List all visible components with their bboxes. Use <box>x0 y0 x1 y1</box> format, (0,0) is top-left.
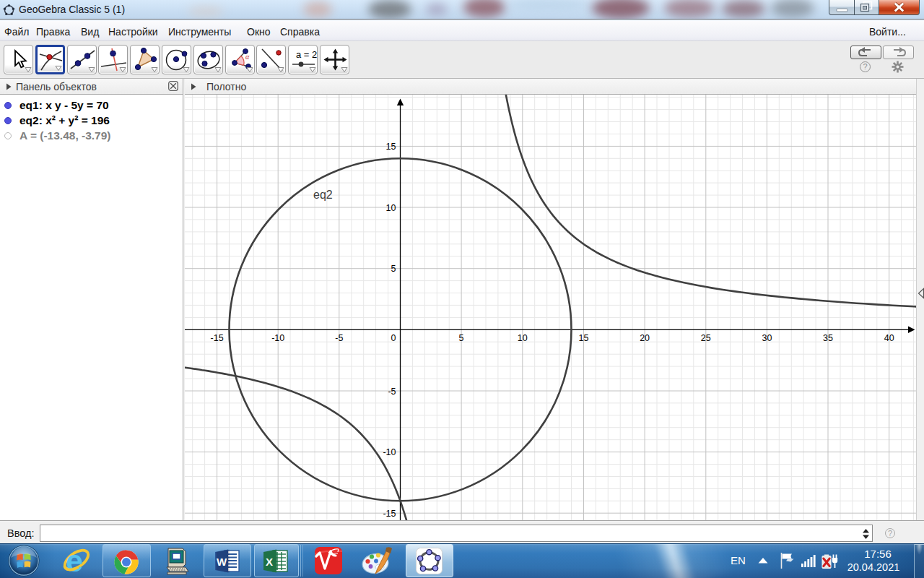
svg-text:-10: -10 <box>383 447 396 457</box>
svg-text:-10: -10 <box>271 333 284 343</box>
svg-text:25: 25 <box>701 333 711 343</box>
svg-text:15: 15 <box>386 142 396 152</box>
svg-text:a = 2: a = 2 <box>296 49 317 60</box>
svg-text:0: 0 <box>391 333 396 343</box>
svg-text:15: 15 <box>579 333 589 343</box>
svg-text:-5: -5 <box>335 333 343 343</box>
svg-text:10: 10 <box>518 333 528 343</box>
svg-text:-5: -5 <box>388 387 396 397</box>
svg-text:10: 10 <box>386 203 396 213</box>
svg-text:5: 5 <box>459 333 464 343</box>
svg-text:W: W <box>217 556 227 568</box>
svg-text:eq2: eq2 <box>313 189 333 201</box>
svg-text:5: 5 <box>391 264 396 274</box>
svg-text:X: X <box>266 556 273 568</box>
svg-text:e: e <box>66 545 83 577</box>
svg-text:-15: -15 <box>211 333 224 343</box>
svg-text:35: 35 <box>823 333 833 343</box>
svg-text:-15: -15 <box>383 509 396 519</box>
svg-text:30: 30 <box>762 333 772 343</box>
svg-text:20: 20 <box>640 333 650 343</box>
svg-text:40: 40 <box>884 333 894 343</box>
